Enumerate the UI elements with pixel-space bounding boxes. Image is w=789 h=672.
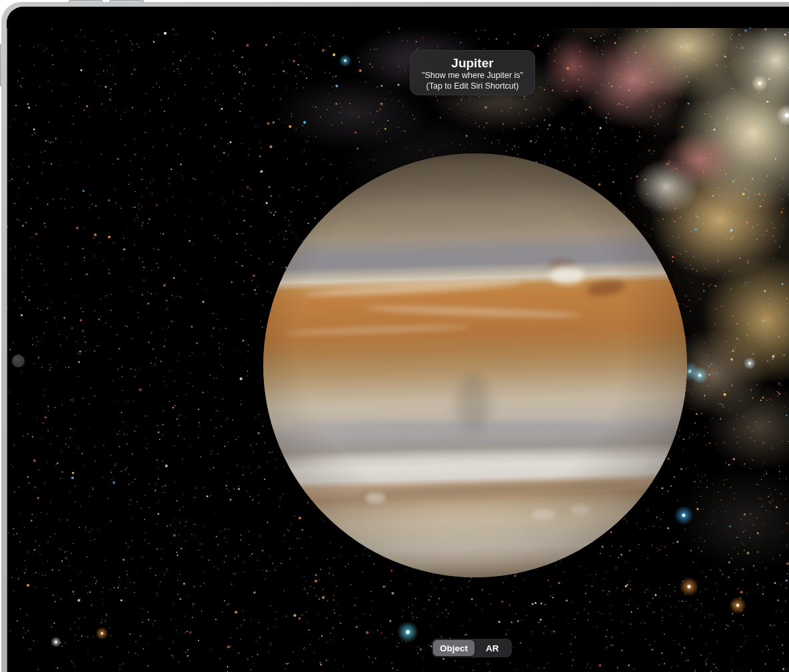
- planet-surface-detail: [532, 509, 555, 521]
- planet-surface-detail: [456, 373, 490, 433]
- page-background: Jupiter "Show me where Jupiter is" (Tap …: [0, 0, 789, 672]
- ipad-screen: Jupiter "Show me where Jupiter is" (Tap …: [7, 7, 789, 672]
- planet-jupiter[interactable]: [263, 153, 687, 577]
- tooltip-phrase: "Show me where Jupiter is": [410, 70, 534, 81]
- planet-surface-detail: [303, 278, 523, 298]
- planet-storm-oval: [550, 267, 584, 284]
- planet-surface-detail: [283, 323, 470, 337]
- planet-dark-spot: [586, 278, 626, 298]
- front-camera: [12, 355, 25, 367]
- planet-surface-detail: [290, 421, 610, 431]
- planet-surface-detail: [357, 479, 636, 499]
- mode-ar-button[interactable]: AR: [474, 640, 510, 656]
- tooltip-title: Jupiter: [410, 56, 534, 70]
- mode-switcher: Object AR: [432, 639, 512, 657]
- planet-surface-detail: [548, 259, 575, 271]
- planet-surface-detail: [363, 304, 583, 319]
- planet-surface-detail: [363, 201, 550, 225]
- ipad-bezel: Jupiter "Show me where Jupiter is" (Tap …: [1, 2, 789, 672]
- planet-surface-detail: [365, 493, 385, 503]
- siri-shortcut-tooltip[interactable]: Jupiter "Show me where Jupiter is" (Tap …: [410, 50, 535, 95]
- planet-surface-detail: [303, 455, 650, 475]
- planet-surface-detail: [343, 440, 623, 447]
- planet-surface-detail: [571, 505, 590, 515]
- tooltip-hint: (Tap to Edit Siri Shortcut): [410, 81, 534, 91]
- mode-object-button[interactable]: Object: [433, 640, 474, 656]
